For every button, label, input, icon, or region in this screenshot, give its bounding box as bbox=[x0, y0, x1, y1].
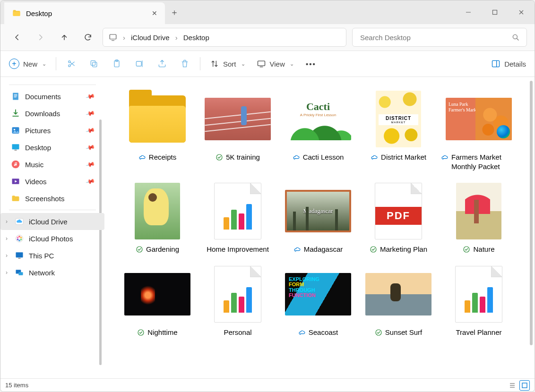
new-button[interactable]: + New ⌄ bbox=[4, 54, 51, 73]
svg-point-9 bbox=[69, 61, 70, 63]
pin-icon: 📌 bbox=[85, 109, 95, 119]
toolbar: + New ⌄ Sort ⌄ View bbox=[0, 51, 535, 77]
search-bar[interactable] bbox=[352, 28, 527, 47]
item-nature[interactable]: Nature bbox=[439, 180, 518, 254]
refresh-button[interactable] bbox=[79, 28, 97, 46]
maximize-button[interactable] bbox=[482, 0, 508, 24]
item-farmers-market[interactable]: Luna ParkFarmer's Market Farmers Market … bbox=[439, 88, 518, 171]
breadcrumb-seg-1[interactable]: iCloud Drive bbox=[131, 34, 170, 42]
more-button[interactable]: ••• bbox=[301, 54, 321, 73]
item-marketing-plan[interactable]: PDF Marketing Plan bbox=[359, 180, 438, 254]
share-button[interactable] bbox=[152, 54, 173, 73]
sidebar-item-music[interactable]: Music 📌 bbox=[0, 156, 104, 173]
grid-icon bbox=[521, 382, 528, 389]
svg-rect-18 bbox=[258, 61, 265, 66]
thumbnail: Luna ParkFarmer's Market bbox=[446, 98, 512, 140]
svg-rect-24 bbox=[14, 95, 17, 96]
sidebar-item-downloads[interactable]: Downloads 📌 bbox=[0, 105, 104, 122]
sort-button[interactable]: Sort ⌄ bbox=[205, 54, 250, 73]
item-label: Sunset Surf bbox=[385, 328, 422, 337]
back-button[interactable] bbox=[8, 28, 26, 46]
breadcrumb-seg-2[interactable]: Desktop bbox=[183, 34, 209, 42]
address-bar[interactable]: › iCloud Drive › Desktop bbox=[103, 28, 346, 47]
svg-rect-46 bbox=[18, 272, 23, 275]
svg-point-50 bbox=[464, 247, 469, 252]
item-gardening[interactable]: Gardening bbox=[118, 180, 197, 254]
tab-title: Desktop bbox=[26, 9, 147, 17]
new-label: New bbox=[23, 60, 37, 68]
forward-button[interactable] bbox=[32, 28, 50, 46]
svg-rect-30 bbox=[15, 150, 17, 151]
sidebar-label: Pictures bbox=[25, 127, 51, 135]
sidebar-item-documents[interactable]: Documents 📌 bbox=[0, 88, 104, 105]
svg-point-51 bbox=[138, 330, 144, 335]
item-label: Gardening bbox=[146, 245, 179, 254]
sidebar: Documents 📌 Downloads 📌 Pictures 📌 Deskt… bbox=[0, 77, 104, 378]
svg-rect-25 bbox=[14, 97, 17, 97]
item-cacti-lesson[interactable]: Cacti A Prickly First Lesson Cacti Lesso… bbox=[278, 88, 358, 171]
cut-button[interactable] bbox=[61, 54, 82, 73]
chevron-right-icon: › bbox=[3, 218, 10, 225]
item-travel-planner[interactable]: Travel Planner bbox=[439, 264, 518, 337]
details-label: Details bbox=[504, 60, 526, 68]
sidebar-item-desktop[interactable]: Desktop 📌 bbox=[0, 139, 104, 156]
search-input[interactable] bbox=[359, 33, 511, 42]
sidebar-item-screenshots[interactable]: Screenshots bbox=[0, 190, 104, 207]
copy-button[interactable] bbox=[84, 54, 104, 73]
svg-point-37 bbox=[18, 236, 20, 238]
paste-button[interactable] bbox=[106, 54, 127, 73]
up-button[interactable] bbox=[55, 28, 73, 46]
new-tab-button[interactable]: ＋ bbox=[165, 0, 184, 24]
statusbar: 15 items bbox=[0, 378, 535, 392]
svg-rect-22 bbox=[13, 93, 18, 100]
svg-rect-1 bbox=[493, 10, 497, 15]
svg-rect-23 bbox=[14, 94, 17, 95]
copy-icon bbox=[89, 59, 99, 68]
sidebar-label: iCloud Drive bbox=[29, 218, 68, 226]
details-pane-button[interactable]: Details bbox=[486, 54, 531, 73]
content-scrollbar[interactable] bbox=[530, 81, 533, 345]
svg-point-48 bbox=[137, 247, 142, 252]
cloud-status-icon bbox=[441, 153, 449, 161]
item-label: Seacoast bbox=[309, 328, 338, 337]
thumbnail bbox=[365, 273, 431, 315]
view-button[interactable]: View ⌄ bbox=[252, 54, 299, 73]
thumbnail: Madagascar bbox=[285, 190, 351, 232]
sidebar-item-pictures[interactable]: Pictures 📌 bbox=[0, 122, 104, 139]
item-district-market[interactable]: DISTRICT MARKET District Market bbox=[359, 88, 438, 171]
thumbnail: PDF bbox=[375, 183, 422, 239]
sidebar-item-thispc[interactable]: › This PC bbox=[0, 247, 104, 264]
cloud-status-icon bbox=[293, 153, 300, 161]
cloud-status-icon bbox=[293, 246, 301, 253]
folder-icon bbox=[129, 95, 186, 143]
close-tab-icon[interactable]: ✕ bbox=[152, 9, 157, 17]
network-icon bbox=[15, 268, 24, 277]
svg-rect-20 bbox=[492, 60, 500, 67]
arrow-up-icon bbox=[60, 33, 69, 42]
item-home-improvement[interactable]: Home Improvement bbox=[198, 180, 277, 254]
delete-button[interactable] bbox=[174, 54, 195, 73]
item-label: District Market bbox=[381, 153, 426, 162]
icons-view-toggle[interactable] bbox=[519, 380, 530, 391]
thumbnail bbox=[135, 183, 180, 239]
sidebar-item-network[interactable]: › Network bbox=[0, 264, 104, 281]
item-receipts[interactable]: Receipts bbox=[118, 88, 197, 171]
sidebar-item-icloudphotos[interactable]: › iCloud Photos bbox=[0, 230, 104, 247]
sidebar-item-iclouddrive[interactable]: › iCloud Drive bbox=[0, 213, 104, 230]
rename-button[interactable] bbox=[129, 54, 150, 73]
minimize-button[interactable] bbox=[455, 0, 482, 24]
sidebar-item-videos[interactable]: Videos 📌 bbox=[0, 173, 104, 190]
cloud-status-icon bbox=[138, 153, 146, 161]
item-seacoast[interactable]: EXPLORING FORM THROUGH FUNCTION Seacoast bbox=[278, 264, 358, 337]
item-5k-training[interactable]: 5K training bbox=[198, 88, 277, 171]
details-view-toggle[interactable] bbox=[507, 380, 518, 391]
close-window-button[interactable] bbox=[508, 0, 535, 24]
svg-point-47 bbox=[216, 154, 222, 160]
cloud-status-icon bbox=[298, 329, 306, 336]
item-madagascar[interactable]: Madagascar Madagascar bbox=[278, 180, 358, 254]
share-icon bbox=[157, 59, 167, 68]
item-personal[interactable]: Personal bbox=[198, 264, 277, 337]
item-nighttime[interactable]: Nighttime bbox=[118, 264, 197, 337]
active-tab[interactable]: Desktop ✕ bbox=[4, 2, 165, 24]
item-sunset-surf[interactable]: Sunset Surf bbox=[359, 264, 438, 337]
